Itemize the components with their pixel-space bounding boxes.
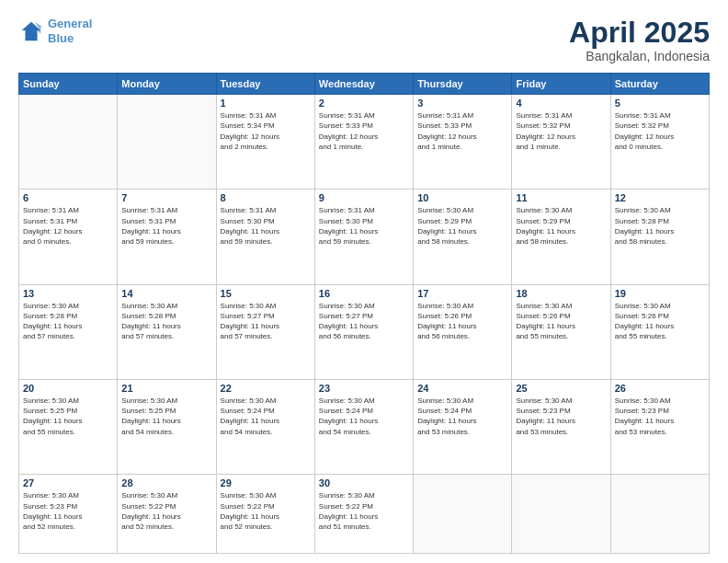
day-info: Sunrise: 5:30 AMSunset: 5:25 PMDaylight:…: [23, 396, 113, 437]
day-number: 24: [417, 383, 507, 394]
calendar-day-cell: 25Sunrise: 5:30 AMSunset: 5:23 PMDayligh…: [512, 380, 610, 475]
calendar-day-cell: 5Sunrise: 5:31 AMSunset: 5:32 PMDaylight…: [610, 95, 709, 190]
calendar-week-row: 1Sunrise: 5:31 AMSunset: 5:34 PMDaylight…: [19, 95, 710, 190]
day-number: 28: [121, 477, 211, 488]
calendar-day-cell: 1Sunrise: 5:31 AMSunset: 5:34 PMDaylight…: [216, 95, 314, 190]
day-info: Sunrise: 5:30 AMSunset: 5:25 PMDaylight:…: [121, 396, 211, 437]
day-number: 22: [221, 383, 311, 394]
calendar-day-cell: [610, 475, 709, 554]
calendar-day-cell: 2Sunrise: 5:31 AMSunset: 5:33 PMDaylight…: [314, 95, 413, 190]
day-number: 10: [417, 192, 507, 203]
calendar-day-cell: 3Sunrise: 5:31 AMSunset: 5:33 PMDaylight…: [414, 95, 512, 190]
calendar-day-cell: 9Sunrise: 5:31 AMSunset: 5:30 PMDaylight…: [314, 190, 413, 284]
day-number: 7: [121, 192, 211, 203]
day-info: Sunrise: 5:30 AMSunset: 5:29 PMDaylight:…: [516, 205, 606, 247]
month-title: April 2025: [569, 17, 710, 49]
calendar-day-cell: 29Sunrise: 5:30 AMSunset: 5:22 PMDayligh…: [216, 475, 314, 554]
weekday-header: Tuesday: [216, 74, 314, 95]
day-info: Sunrise: 5:30 AMSunset: 5:22 PMDaylight:…: [319, 490, 409, 532]
day-info: Sunrise: 5:30 AMSunset: 5:27 PMDaylight:…: [221, 301, 311, 342]
day-number: 20: [23, 383, 113, 394]
logo-blue: Blue: [48, 31, 74, 45]
calendar-day-cell: [512, 475, 610, 554]
weekday-header: Sunday: [19, 74, 118, 95]
weekday-header: Monday: [118, 74, 216, 95]
calendar-day-cell: 26Sunrise: 5:30 AMSunset: 5:23 PMDayligh…: [610, 380, 709, 475]
calendar-day-cell: 12Sunrise: 5:30 AMSunset: 5:28 PMDayligh…: [610, 190, 709, 284]
day-number: 25: [516, 383, 606, 394]
day-number: 17: [417, 288, 507, 299]
calendar-day-cell: 14Sunrise: 5:30 AMSunset: 5:28 PMDayligh…: [118, 284, 216, 379]
page: General Blue April 2025 Bangkalan, Indon…: [0, 0, 728, 563]
day-number: 12: [615, 192, 705, 203]
weekday-header: Friday: [512, 74, 610, 95]
day-number: 3: [417, 98, 507, 109]
day-info: Sunrise: 5:30 AMSunset: 5:29 PMDaylight:…: [417, 205, 507, 247]
day-info: Sunrise: 5:30 AMSunset: 5:28 PMDaylight:…: [121, 301, 211, 342]
day-info: Sunrise: 5:31 AMSunset: 5:30 PMDaylight:…: [221, 205, 311, 247]
day-number: 14: [121, 288, 211, 299]
calendar-day-cell: 17Sunrise: 5:30 AMSunset: 5:26 PMDayligh…: [414, 284, 512, 379]
calendar-day-cell: 10Sunrise: 5:30 AMSunset: 5:29 PMDayligh…: [414, 190, 512, 284]
calendar-day-cell: 27Sunrise: 5:30 AMSunset: 5:23 PMDayligh…: [19, 475, 118, 554]
day-number: 11: [516, 192, 606, 203]
calendar-day-cell: 22Sunrise: 5:30 AMSunset: 5:24 PMDayligh…: [216, 380, 314, 475]
weekday-header: Wednesday: [314, 74, 413, 95]
day-number: 26: [615, 383, 705, 394]
day-info: Sunrise: 5:30 AMSunset: 5:27 PMDaylight:…: [319, 301, 409, 342]
calendar-day-cell: 4Sunrise: 5:31 AMSunset: 5:32 PMDaylight…: [512, 95, 610, 190]
calendar-day-cell: [19, 95, 118, 190]
day-info: Sunrise: 5:31 AMSunset: 5:33 PMDaylight:…: [319, 110, 409, 152]
day-number: 19: [615, 288, 705, 299]
day-number: 13: [23, 288, 113, 299]
day-number: 2: [319, 98, 409, 109]
calendar-day-cell: 11Sunrise: 5:30 AMSunset: 5:29 PMDayligh…: [512, 190, 610, 284]
day-number: 4: [516, 98, 606, 109]
day-info: Sunrise: 5:31 AMSunset: 5:31 PMDaylight:…: [23, 205, 113, 247]
weekday-header: Thursday: [414, 74, 512, 95]
day-number: 29: [221, 477, 311, 488]
day-number: 21: [121, 383, 211, 394]
day-number: 27: [23, 477, 113, 488]
day-number: 30: [319, 477, 409, 488]
weekday-header-row: SundayMondayTuesdayWednesdayThursdayFrid…: [19, 74, 710, 95]
calendar-day-cell: 19Sunrise: 5:30 AMSunset: 5:26 PMDayligh…: [610, 284, 709, 379]
day-info: Sunrise: 5:30 AMSunset: 5:28 PMDaylight:…: [615, 205, 705, 247]
calendar-week-row: 20Sunrise: 5:30 AMSunset: 5:25 PMDayligh…: [19, 380, 710, 475]
day-info: Sunrise: 5:30 AMSunset: 5:22 PMDaylight:…: [121, 490, 211, 532]
day-info: Sunrise: 5:30 AMSunset: 5:24 PMDaylight:…: [221, 396, 311, 437]
calendar-day-cell: 13Sunrise: 5:30 AMSunset: 5:28 PMDayligh…: [19, 284, 118, 379]
day-number: 6: [23, 192, 113, 203]
day-info: Sunrise: 5:31 AMSunset: 5:31 PMDaylight:…: [121, 205, 211, 247]
calendar-day-cell: 30Sunrise: 5:30 AMSunset: 5:22 PMDayligh…: [314, 475, 413, 554]
logo-icon: [18, 18, 44, 44]
day-info: Sunrise: 5:30 AMSunset: 5:24 PMDaylight:…: [417, 396, 507, 437]
calendar-day-cell: 18Sunrise: 5:30 AMSunset: 5:26 PMDayligh…: [512, 284, 610, 379]
day-number: 16: [319, 288, 409, 299]
location-subtitle: Bangkalan, Indonesia: [569, 49, 710, 63]
calendar-day-cell: 24Sunrise: 5:30 AMSunset: 5:24 PMDayligh…: [414, 380, 512, 475]
day-info: Sunrise: 5:30 AMSunset: 5:24 PMDaylight:…: [319, 396, 409, 437]
calendar-week-row: 6Sunrise: 5:31 AMSunset: 5:31 PMDaylight…: [19, 190, 710, 284]
calendar-week-row: 27Sunrise: 5:30 AMSunset: 5:23 PMDayligh…: [19, 475, 710, 554]
calendar-day-cell: 28Sunrise: 5:30 AMSunset: 5:22 PMDayligh…: [118, 475, 216, 554]
calendar-body: 1Sunrise: 5:31 AMSunset: 5:34 PMDaylight…: [19, 95, 710, 554]
day-number: 23: [319, 383, 409, 394]
logo-text: General Blue: [48, 17, 92, 45]
day-number: 1: [221, 98, 311, 109]
day-info: Sunrise: 5:30 AMSunset: 5:22 PMDaylight:…: [221, 490, 311, 532]
calendar-table: SundayMondayTuesdayWednesdayThursdayFrid…: [18, 73, 710, 554]
day-info: Sunrise: 5:30 AMSunset: 5:26 PMDaylight:…: [516, 301, 606, 342]
day-info: Sunrise: 5:31 AMSunset: 5:34 PMDaylight:…: [221, 110, 311, 152]
title-block: April 2025 Bangkalan, Indonesia: [569, 17, 710, 63]
day-info: Sunrise: 5:30 AMSunset: 5:28 PMDaylight:…: [23, 301, 113, 342]
weekday-header: Saturday: [610, 74, 709, 95]
calendar-day-cell: 21Sunrise: 5:30 AMSunset: 5:25 PMDayligh…: [118, 380, 216, 475]
calendar-day-cell: 8Sunrise: 5:31 AMSunset: 5:30 PMDaylight…: [216, 190, 314, 284]
day-info: Sunrise: 5:30 AMSunset: 5:26 PMDaylight:…: [417, 301, 507, 342]
calendar-week-row: 13Sunrise: 5:30 AMSunset: 5:28 PMDayligh…: [19, 284, 710, 379]
day-info: Sunrise: 5:30 AMSunset: 5:23 PMDaylight:…: [615, 396, 705, 437]
calendar-day-cell: 16Sunrise: 5:30 AMSunset: 5:27 PMDayligh…: [314, 284, 413, 379]
calendar-day-cell: 15Sunrise: 5:30 AMSunset: 5:27 PMDayligh…: [216, 284, 314, 379]
logo-general: General: [48, 17, 92, 30]
